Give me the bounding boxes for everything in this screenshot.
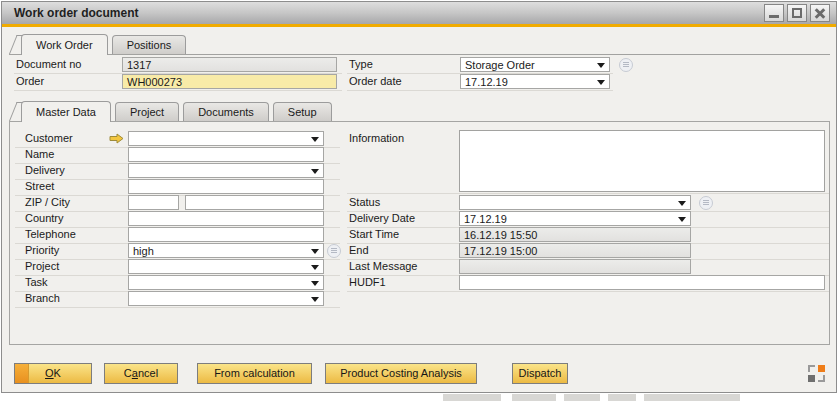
order-date-dropdown[interactable]: 17.12.19 xyxy=(460,74,610,89)
tab-positions[interactable]: Positions xyxy=(112,35,187,54)
close-button[interactable] xyxy=(810,4,830,22)
type-label: Type xyxy=(349,58,373,70)
from-calculation-button[interactable]: From calculation xyxy=(197,363,312,384)
order-label: Order xyxy=(16,75,44,87)
priority-dropdown[interactable]: high xyxy=(128,243,324,258)
name-label: Name xyxy=(25,148,54,160)
order-date-label: Order date xyxy=(349,75,402,87)
country-row: Country xyxy=(15,211,340,228)
street-input[interactable] xyxy=(128,179,324,194)
country-input[interactable] xyxy=(128,211,324,226)
hudf1-input[interactable] xyxy=(459,275,825,290)
ok-button[interactable]: OK xyxy=(14,363,92,384)
maximize-button[interactable] xyxy=(787,4,807,22)
close-icon xyxy=(811,5,829,21)
document-no-field: 1317 xyxy=(122,57,337,72)
dropdown-arrow-icon xyxy=(678,217,686,222)
tab-setup[interactable]: Setup xyxy=(273,102,332,121)
status-list-icon[interactable] xyxy=(699,196,713,210)
start-time-field: 16.12.19 15:50 xyxy=(459,227,691,242)
type-dropdown[interactable]: Storage Order xyxy=(460,57,610,72)
dropdown-arrow-icon xyxy=(311,249,319,254)
priority-row: Priority high xyxy=(15,243,340,260)
minimize-button[interactable] xyxy=(764,4,784,22)
branch-dropdown[interactable] xyxy=(128,291,324,306)
priority-list-icon[interactable] xyxy=(327,244,341,258)
last-message-label: Last Message xyxy=(349,260,417,272)
hudf1-row: HUDF1 xyxy=(347,275,829,292)
link-arrow-icon[interactable] xyxy=(109,133,124,144)
minimize-icon xyxy=(769,15,779,18)
zip-city-row: ZIP / City xyxy=(15,195,340,212)
dispatch-button[interactable]: Dispatch xyxy=(512,363,568,384)
delivery-date-label: Delivery Date xyxy=(349,212,415,224)
master-data-tabstrip: Master Data Project Documents Setup xyxy=(9,101,830,121)
type-row: Type Storage Order xyxy=(347,57,613,74)
name-input[interactable] xyxy=(128,147,324,162)
customer-dropdown[interactable] xyxy=(128,131,324,146)
delivery-label: Delivery xyxy=(25,164,65,176)
type-list-icon[interactable] xyxy=(619,58,633,72)
form-expand-icon[interactable] xyxy=(808,365,825,382)
telephone-row: Telephone xyxy=(15,227,340,244)
customer-label: Customer xyxy=(25,132,73,144)
branch-label: Branch xyxy=(25,292,60,304)
window-body: Work Order Positions Document no 1317 Or… xyxy=(2,27,836,392)
telephone-input[interactable] xyxy=(128,227,324,242)
project-row: Project xyxy=(15,259,340,276)
delivery-date-dropdown[interactable]: 17.12.19 xyxy=(459,211,691,226)
delivery-dropdown[interactable] xyxy=(128,163,324,178)
dropdown-arrow-icon xyxy=(597,80,605,85)
window-controls xyxy=(764,4,830,22)
priority-label: Priority xyxy=(25,244,59,256)
city-input[interactable] xyxy=(185,195,324,210)
project-label: Project xyxy=(25,260,59,272)
end-label: End xyxy=(349,244,369,256)
master-data-panel: Customer Name Delivery xyxy=(9,121,830,345)
dropdown-arrow-icon xyxy=(311,265,319,270)
tab-master-data[interactable]: Master Data xyxy=(21,101,111,122)
screen: Work order document Work Order Positions… xyxy=(0,0,838,402)
zip-city-label: ZIP / City xyxy=(25,196,70,208)
country-label: Country xyxy=(25,212,64,224)
order-date-row: Order date 17.12.19 xyxy=(347,74,613,91)
status-dropdown[interactable] xyxy=(459,195,691,210)
order-row: Order WH000273 xyxy=(14,74,342,91)
dropdown-arrow-icon xyxy=(597,63,605,68)
tab-documents[interactable]: Documents xyxy=(183,102,269,121)
tab-project[interactable]: Project xyxy=(115,102,179,121)
dropdown-arrow-icon xyxy=(311,169,319,174)
maximize-icon xyxy=(792,8,802,18)
project-dropdown[interactable] xyxy=(128,259,324,274)
window-titlebar[interactable]: Work order document xyxy=(2,2,836,24)
end-row: End 17.12.19 15:00 xyxy=(347,243,829,260)
cancel-button[interactable]: Cancel xyxy=(104,363,178,384)
background-window-fragment xyxy=(512,394,556,401)
task-row: Task xyxy=(15,275,340,292)
delivery-row: Delivery xyxy=(15,163,340,180)
work-order-document-window: Work order document Work Order Positions… xyxy=(1,1,837,393)
start-time-row: Start Time 16.12.19 15:50 xyxy=(347,227,829,244)
delivery-date-row: Delivery Date 17.12.19 xyxy=(347,211,829,228)
status-label: Status xyxy=(349,196,380,208)
dropdown-arrow-icon xyxy=(311,281,319,286)
information-textarea[interactable] xyxy=(459,130,825,192)
street-row: Street xyxy=(15,179,340,196)
tab-work-order[interactable]: Work Order xyxy=(21,34,108,55)
background-window-fragment xyxy=(644,394,740,401)
telephone-label: Telephone xyxy=(25,228,76,240)
street-label: Street xyxy=(25,180,54,192)
order-field[interactable]: WH000273 xyxy=(122,74,337,89)
task-dropdown[interactable] xyxy=(128,275,324,290)
background-window-fragment xyxy=(608,394,636,401)
dropdown-arrow-icon xyxy=(311,297,319,302)
last-message-row: Last Message xyxy=(347,259,829,276)
product-costing-analysis-button[interactable]: Product Costing Analysis xyxy=(325,363,477,384)
start-time-label: Start Time xyxy=(349,228,399,240)
zip-input[interactable] xyxy=(128,195,179,210)
window-title: Work order document xyxy=(14,6,138,20)
dropdown-arrow-icon xyxy=(311,137,319,142)
last-message-field xyxy=(459,259,691,274)
dropdown-arrow-icon xyxy=(678,201,686,206)
end-field: 17.12.19 15:00 xyxy=(459,243,691,258)
